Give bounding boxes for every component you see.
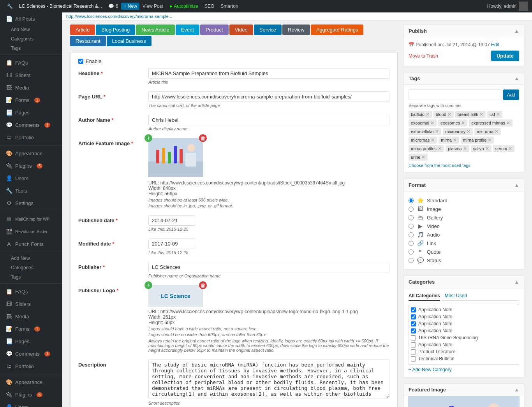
new-content[interactable]: + New — [121, 3, 139, 10]
site-name[interactable]: LC Sciences - Biomedical Research &... — [16, 4, 105, 9]
tab-video[interactable]: Video — [229, 25, 253, 35]
categories-toggle[interactable]: ▲ — [514, 279, 519, 285]
tab-article[interactable]: Article — [70, 25, 95, 35]
sidebar-item-users2[interactable]: 👤 Users — [0, 401, 62, 407]
sidebar-item-portfolio2[interactable]: 🗂 Portfolio — [0, 360, 62, 372]
publish-toggle[interactable]: ▲ — [514, 28, 519, 34]
view-post[interactable]: View Post — [139, 4, 166, 9]
category-checkbox[interactable] — [411, 328, 416, 333]
smarton-link[interactable]: Smarton — [217, 4, 241, 9]
sidebar-item-appearance2[interactable]: 🎨 Appearance — [0, 376, 62, 388]
tab-product[interactable]: Product — [200, 25, 229, 35]
autoptimize[interactable]: ● Autoptimize — [166, 4, 201, 9]
sidebar-item-forms[interactable]: 📝 Forms 1 — [0, 94, 62, 106]
format-radio-audio[interactable] — [409, 232, 414, 237]
category-label: Application Note — [418, 342, 452, 347]
enable-checkbox[interactable] — [78, 59, 83, 64]
publisher-input[interactable] — [148, 262, 389, 272]
format-radio-gallery[interactable] — [409, 215, 414, 220]
sidebar-sub-tags2[interactable]: Tags — [0, 272, 62, 282]
category-checkbox[interactable] — [411, 356, 416, 361]
remove-logo-btn[interactable]: 🗑 — [199, 281, 207, 289]
sidebar-sub-add-new[interactable]: Add New — [0, 25, 62, 34]
published-date-input[interactable] — [148, 215, 195, 226]
plugins-badge: 5 — [37, 163, 43, 168]
comment-count[interactable]: 💬 6 — [105, 4, 122, 9]
move-to-trash[interactable]: Move to Trash — [409, 53, 438, 59]
format-radio-status[interactable] — [409, 258, 414, 263]
tab-restaurant[interactable]: Restaurant — [70, 36, 106, 46]
sidebar-item-comments2[interactable]: 💬 Comments 1 — [0, 347, 62, 360]
most-used-tab[interactable]: Most Used — [445, 293, 467, 298]
sidebar-item-forms2[interactable]: 📝 Forms 1 — [0, 323, 62, 335]
sidebar-item-comments[interactable]: 💬 Comments 1 — [0, 119, 62, 131]
sidebar-item-settings[interactable]: ⚙ Settings — [0, 197, 62, 209]
choose-tags-link[interactable]: Choose from the most used tags — [409, 163, 519, 168]
seo-link[interactable]: SEO — [201, 4, 217, 9]
all-categories-tab[interactable]: All Categories — [409, 293, 440, 301]
add-article-image-btn[interactable]: + — [144, 134, 152, 142]
update-button[interactable]: Update — [491, 51, 519, 61]
format-label: Quote — [427, 249, 440, 255]
tab-local-business[interactable]: Local Business — [107, 36, 151, 46]
sidebar-item-pages[interactable]: 📃 Pages — [0, 106, 62, 119]
sidebar-item-faqs2[interactable]: 📋 FAQs — [0, 285, 62, 298]
sidebar-item-users[interactable]: 👤 Users — [0, 172, 62, 184]
add-new-category[interactable]: + Add New Category — [409, 367, 519, 372]
tab-review[interactable]: Review — [282, 25, 310, 35]
sidebar-item-mailchimp[interactable]: ✉ MailChimp for WP — [0, 213, 62, 225]
format-radio-standard[interactable] — [409, 198, 414, 203]
format-radio-video[interactable] — [409, 224, 414, 229]
edit-publish-date[interactable]: Edit — [491, 42, 499, 47]
category-checkbox[interactable] — [411, 314, 416, 319]
tab-event[interactable]: Event — [176, 25, 199, 35]
sidebar-sub-categories2[interactable]: Categories — [0, 263, 62, 272]
sidebar-item-revolution-slider[interactable]: 🎬 Revolution Slider — [0, 225, 62, 238]
category-checkbox[interactable] — [411, 307, 416, 312]
sidebar-sub-tags[interactable]: Tags — [0, 44, 62, 53]
modified-date-input[interactable] — [148, 239, 195, 249]
add-tag-button[interactable]: Add — [503, 89, 519, 100]
sidebar-item-sliders[interactable]: 🎞 Sliders — [0, 69, 62, 81]
tags-toggle[interactable]: ▲ — [514, 75, 519, 81]
enable-label[interactable]: Enable — [86, 58, 101, 64]
sidebar-item-punch-fonts[interactable]: A Punch Fonts — [0, 238, 62, 250]
sidebar-item-faqs[interactable]: 📋 FAQs — [0, 56, 62, 69]
category-checkbox[interactable] — [411, 349, 416, 354]
sidebar-item-appearance[interactable]: 🎨 Appearance — [0, 147, 62, 160]
sidebar-item-media[interactable]: 🖼 Media — [0, 81, 62, 94]
headline-input[interactable] — [148, 68, 389, 79]
tag-item: microarray ✕ — [443, 128, 473, 135]
tab-blog-posting[interactable]: Blog Posting — [96, 25, 135, 35]
sidebar-item-sliders2[interactable]: 🎞 Sliders — [0, 298, 62, 310]
sidebar-item-tools[interactable]: 🔧 Tools — [0, 184, 62, 197]
description-textarea[interactable]: The study of basic microRNA (miRNA) func… — [148, 360, 389, 398]
tab-service[interactable]: Service — [254, 25, 282, 35]
page-url-input[interactable] — [148, 91, 389, 102]
sidebar-item-all-posts[interactable]: 📄 All Posts — [0, 12, 62, 25]
format-toggle[interactable]: ▲ — [514, 182, 519, 188]
wp-icon[interactable]: 🔧 — [4, 4, 16, 9]
tag-input[interactable] — [409, 89, 501, 100]
sidebar-item-plugins[interactable]: 🔌 Plugins 5 — [0, 160, 62, 172]
sidebar-sub-categories[interactable]: Categories — [0, 34, 62, 44]
category-label: Product Literature — [418, 349, 455, 354]
category-checkbox[interactable] — [411, 321, 416, 326]
category-checkbox[interactable] — [411, 342, 416, 347]
sidebar-item-media2[interactable]: 🖼 Media — [0, 310, 62, 323]
sidebar-sub-add-new2[interactable]: Add New — [0, 254, 62, 263]
tab-aggregate-ratings[interactable]: Aggregate Ratings — [311, 25, 364, 35]
category-checkbox[interactable] — [411, 335, 416, 340]
sidebar-item-portfolio[interactable]: 🗂 Portfolio — [0, 131, 62, 144]
featured-image-toggle[interactable]: ▲ — [514, 387, 519, 393]
remove-article-image-btn[interactable]: 🗑 — [199, 134, 207, 142]
sidebar-item-pages2[interactable]: 📃 Pages — [0, 335, 62, 347]
sidebar-item-plugins2[interactable]: 🔌 Plugins 5 — [0, 388, 62, 401]
featured-image-preview[interactable] — [408, 396, 520, 407]
tab-news-article[interactable]: News Article — [136, 25, 175, 35]
format-radio-link[interactable] — [409, 241, 414, 246]
add-logo-btn[interactable]: + — [144, 281, 152, 289]
author-name-input[interactable] — [148, 115, 389, 125]
format-radio-quote[interactable] — [409, 249, 414, 254]
format-radio-image[interactable] — [409, 207, 414, 212]
